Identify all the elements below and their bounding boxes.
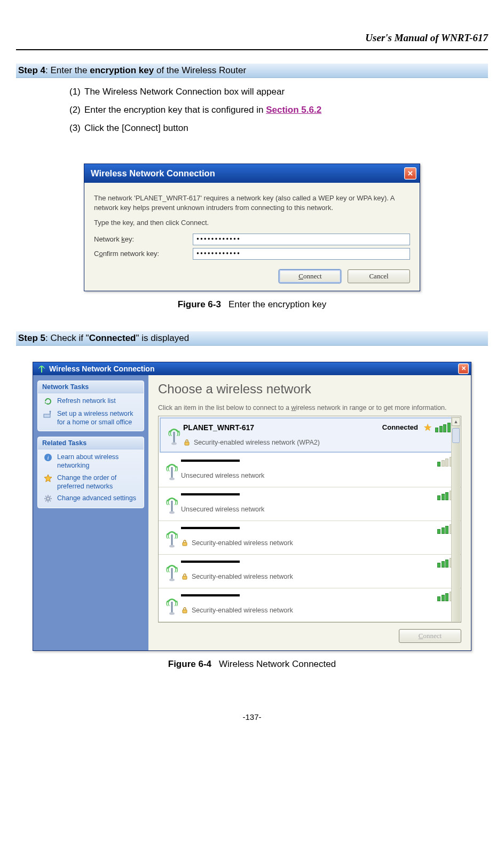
related-tasks-heading: Related Tasks — [38, 437, 144, 449]
network-tasks-box: Network Tasks Refresh network list Set u… — [37, 381, 144, 432]
antenna-icon: (()) — [163, 524, 181, 552]
connect-button-disabled: Connect — [399, 629, 461, 643]
task-setup[interactable]: Set up a wireless network for a home or … — [38, 406, 144, 427]
network-security: Unsecured wireless network — [181, 472, 456, 479]
svg-text:)): )) — [175, 600, 178, 606]
connected-label: Connected — [382, 423, 418, 431]
antenna-icon: (()) — [163, 592, 181, 619]
network-row[interactable]: (())Unsecured wireless network — [159, 487, 461, 521]
network-security: Security-enabled wireless network — [181, 607, 456, 614]
svg-text:)): )) — [175, 566, 178, 572]
step5-keyword: Connected — [89, 333, 136, 343]
svg-text:((: (( — [166, 533, 170, 539]
gear-icon — [43, 494, 53, 503]
svg-text:)): )) — [175, 533, 178, 539]
svg-text:((: (( — [166, 465, 170, 471]
svg-point-1 — [50, 410, 51, 412]
info-icon: i — [43, 453, 53, 462]
network-name-redacted — [181, 457, 240, 464]
network-key-label: Network key: — [94, 235, 193, 243]
dialog-enter-key: Wireless Network Connection ✕ The networ… — [84, 164, 420, 291]
antenna-icon: (()) — [163, 491, 181, 518]
svg-rect-19 — [183, 542, 187, 546]
network-row[interactable]: (())Security-enabled wireless network — [159, 521, 461, 555]
svg-text:((: (( — [168, 430, 172, 436]
task-learn[interactable]: i Learn about wireless networking — [38, 449, 144, 470]
network-key-row: Network key: — [94, 234, 410, 245]
favorite-star-icon: ★ — [423, 422, 432, 433]
task-advanced[interactable]: Change advanced settings — [38, 491, 144, 503]
scroll-up-icon[interactable]: ▲ — [452, 417, 460, 426]
network-name: PLANET_WNRT-617 — [183, 423, 254, 432]
network-security: Security-enabled wireless network — [181, 573, 456, 580]
svg-text:((: (( — [166, 499, 170, 505]
task-panel: Network Tasks Refresh network list Set u… — [33, 375, 148, 650]
antenna-icon: (()) — [165, 422, 183, 449]
svg-rect-27 — [183, 610, 187, 613]
choose-panel: Choose a wireless network Click an item … — [148, 375, 471, 650]
network-key-input[interactable] — [193, 234, 410, 245]
connect-button[interactable]: Connect — [279, 269, 341, 283]
svg-rect-9 — [185, 442, 189, 445]
svg-rect-0 — [44, 414, 50, 417]
figure-6-3-caption: Figure 6-3Enter the encryption key — [16, 299, 488, 310]
svg-point-24 — [169, 612, 175, 615]
figure-6-4-caption: Figure 6-4Wireless Network Connected — [16, 659, 488, 670]
network-name-redacted — [181, 558, 240, 565]
network-list: ▲ (())PLANET_WNRT-617Connected★Security-… — [158, 416, 461, 623]
page-number: -137- — [16, 712, 488, 721]
svg-text:((: (( — [166, 566, 170, 572]
svg-point-10 — [169, 477, 175, 480]
svg-point-16 — [169, 545, 175, 547]
scroll-thumb[interactable] — [452, 428, 460, 443]
network-security: Unsecured wireless network — [181, 506, 456, 513]
network-row[interactable]: (())Security-enabled wireless network — [159, 555, 461, 588]
task-refresh[interactable]: Refresh network list — [38, 393, 144, 406]
svg-text:((: (( — [166, 600, 170, 606]
star-icon — [43, 473, 53, 483]
step4-substeps: (1)The Wireless Network Connection box w… — [16, 78, 488, 146]
step4-keyword: encryption key — [90, 65, 154, 75]
network-security: Security-enabled wireless network — [181, 539, 456, 547]
svg-text:i: i — [47, 454, 49, 461]
doc-header: User's Manual of WNRT-617 — [16, 32, 488, 44]
step-5-heading: Step 5: Check if "Connected" is displaye… — [16, 331, 488, 346]
related-tasks-box: Related Tasks i Learn about wireless net… — [37, 437, 144, 508]
cancel-button[interactable]: Cancel — [348, 269, 410, 283]
step5-label: Step 5 — [18, 333, 45, 343]
scrollbar[interactable]: ▲ — [451, 417, 460, 622]
network-name-redacted — [181, 592, 240, 599]
network-row[interactable]: (())PLANET_WNRT-617Connected★Security-en… — [160, 417, 460, 453]
step-4-heading: Step 4: Enter the encryption key of the … — [16, 64, 488, 78]
header-rule — [16, 49, 488, 50]
antenna-icon — [37, 364, 46, 373]
network-row[interactable]: (())Unsecured wireless network — [159, 454, 461, 487]
dialog1-titlebar: Wireless Network Connection ✕ — [84, 164, 420, 183]
choose-heading: Choose a wireless network — [158, 382, 461, 397]
task-order[interactable]: Change the order of preferred networks — [38, 470, 144, 491]
svg-point-5 — [47, 498, 49, 500]
lock-icon — [181, 573, 188, 580]
network-tasks-heading: Network Tasks — [38, 381, 144, 393]
step4-item-1: (1)The Wireless Network Connection box w… — [69, 87, 488, 97]
confirm-key-row: Confirm network key: — [94, 248, 410, 260]
confirm-key-input[interactable] — [193, 248, 410, 260]
close-icon[interactable]: ✕ — [458, 363, 469, 374]
step4-item-3: (3)Click the [Connect] button — [69, 123, 488, 134]
lock-icon — [181, 607, 188, 614]
svg-rect-23 — [183, 576, 187, 579]
dialog-choose-network: Wireless Network Connection ✕ Network Ta… — [33, 362, 471, 651]
confirm-key-label: Confirm network key: — [94, 250, 193, 258]
network-name-redacted — [181, 491, 240, 498]
svg-text:)): )) — [175, 465, 178, 471]
svg-point-13 — [169, 511, 175, 514]
network-row[interactable]: (())Security-enabled wireless network — [159, 588, 461, 622]
svg-text:)): )) — [177, 430, 180, 436]
dialog1-title-text: Wireless Network Connection — [91, 168, 215, 178]
section-link[interactable]: Section 5.6.2 — [266, 105, 321, 115]
dialog1-message-2: Type the key, and then click Connect. — [94, 218, 410, 228]
close-icon[interactable]: ✕ — [404, 167, 416, 180]
svg-text:)): )) — [175, 499, 178, 505]
refresh-icon — [43, 397, 53, 406]
dialog2-titlebar: Wireless Network Connection ✕ — [33, 362, 471, 375]
